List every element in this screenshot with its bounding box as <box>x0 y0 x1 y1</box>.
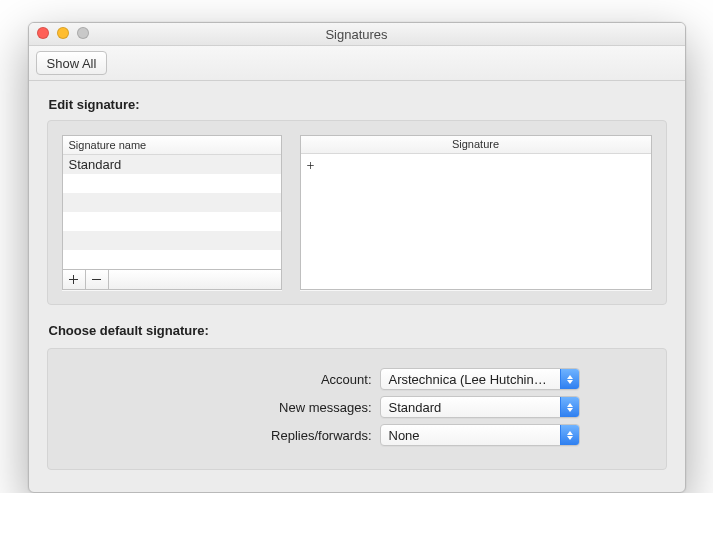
signature-list-panel: Signature name Standard <box>62 135 282 290</box>
close-icon[interactable] <box>37 27 49 39</box>
signature-row[interactable]: Standard <box>63 155 281 174</box>
account-row: Account: Arstechnica (Lee Hutchinson) <box>62 367 652 391</box>
window-controls <box>37 27 89 39</box>
signature-list: Signature name Standard <box>62 135 282 290</box>
account-label: Account: <box>62 372 380 387</box>
updown-icon <box>560 425 579 445</box>
replies-row: Replies/forwards: None <box>62 423 652 447</box>
content-area: Edit signature: Signature name Standard <box>29 81 685 492</box>
preferences-window: Signatures Show All Edit signature: Sign… <box>28 22 686 493</box>
replies-select[interactable]: None <box>380 424 580 446</box>
new-messages-label: New messages: <box>62 400 380 415</box>
signature-row-empty <box>63 250 281 269</box>
account-select[interactable]: Arstechnica (Lee Hutchinson) <box>380 368 580 390</box>
updown-icon <box>560 369 579 389</box>
zoom-icon[interactable] <box>77 27 89 39</box>
show-all-label: Show All <box>47 56 97 71</box>
updown-icon <box>560 397 579 417</box>
new-messages-value: Standard <box>381 400 560 415</box>
account-value: Arstechnica (Lee Hutchinson) <box>381 372 560 387</box>
signature-list-footer <box>63 269 281 289</box>
titlebar: Signatures <box>29 23 685 46</box>
choose-default-label: Choose default signature: <box>49 323 667 338</box>
add-signature-button[interactable] <box>63 270 86 289</box>
default-signature-group: Account: Arstechnica (Lee Hutchinson) Ne… <box>47 348 667 470</box>
signature-row-empty <box>63 193 281 212</box>
new-messages-select[interactable]: Standard <box>380 396 580 418</box>
minimize-icon[interactable] <box>57 27 69 39</box>
minus-icon <box>92 275 101 284</box>
signature-row-empty <box>63 212 281 231</box>
replies-value: None <box>381 428 560 443</box>
edit-signature-group: Signature name Standard <box>47 120 667 305</box>
plus-icon <box>69 275 78 284</box>
replies-label: Replies/forwards: <box>62 428 380 443</box>
signature-editor-header: Signature <box>301 136 651 154</box>
signature-row-empty <box>63 174 281 193</box>
edit-signature-label: Edit signature: <box>49 97 667 112</box>
remove-signature-button[interactable] <box>86 270 109 289</box>
signature-list-rows[interactable]: Standard <box>63 155 281 269</box>
signature-list-header: Signature name <box>63 136 281 155</box>
show-all-button[interactable]: Show All <box>36 51 108 75</box>
toolbar: Show All <box>29 46 685 81</box>
signature-row-empty <box>63 231 281 250</box>
new-messages-row: New messages: Standard <box>62 395 652 419</box>
signature-editor-panel: Signature + <box>300 135 652 290</box>
signature-editor: Signature + <box>300 135 652 290</box>
signature-editor-body[interactable]: + <box>301 154 651 289</box>
window-title: Signatures <box>325 27 387 42</box>
